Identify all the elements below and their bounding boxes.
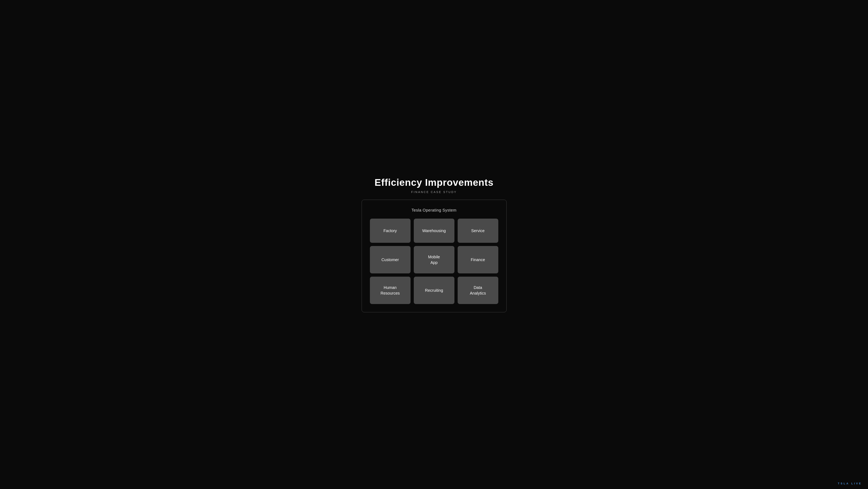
os-container: Tesla Operating System FactoryWarehousin… bbox=[362, 200, 506, 312]
grid-item-label-customer: Customer bbox=[381, 257, 399, 262]
grid-item-factory[interactable]: Factory bbox=[370, 219, 410, 243]
grid-item-human-resources[interactable]: Human Resources bbox=[370, 277, 410, 304]
page-title: Efficiency Improvements bbox=[375, 177, 493, 188]
grid-item-service[interactable]: Service bbox=[458, 219, 498, 243]
grid-item-label-factory: Factory bbox=[383, 228, 397, 233]
grid-item-recruiting[interactable]: Recruiting bbox=[414, 277, 455, 304]
grid-item-finance[interactable]: Finance bbox=[458, 246, 498, 274]
page-subtitle: FINANCE CASE STUDY bbox=[375, 191, 493, 194]
grid-item-customer[interactable]: Customer bbox=[370, 246, 410, 274]
grid-item-label-human-resources: Human Resources bbox=[380, 285, 400, 296]
os-grid: FactoryWarehousingServiceCustomerMobile … bbox=[370, 219, 498, 304]
grid-item-label-service: Service bbox=[471, 228, 485, 233]
grid-item-label-finance: Finance bbox=[471, 257, 485, 262]
grid-item-label-data-analytics: Data Analytics bbox=[470, 285, 486, 296]
grid-item-data-analytics[interactable]: Data Analytics bbox=[458, 277, 498, 304]
os-title: Tesla Operating System bbox=[370, 208, 498, 212]
grid-item-mobile-app[interactable]: Mobile App bbox=[414, 246, 455, 274]
tesla-live-logo: TSLA LIVE bbox=[838, 482, 862, 485]
grid-item-warehousing[interactable]: Warehousing bbox=[414, 219, 455, 243]
page-header: Efficiency Improvements FINANCE CASE STU… bbox=[375, 177, 493, 194]
grid-item-label-warehousing: Warehousing bbox=[422, 228, 446, 233]
grid-item-label-recruiting: Recruiting bbox=[425, 288, 443, 293]
grid-item-label-mobile-app: Mobile App bbox=[428, 254, 440, 265]
